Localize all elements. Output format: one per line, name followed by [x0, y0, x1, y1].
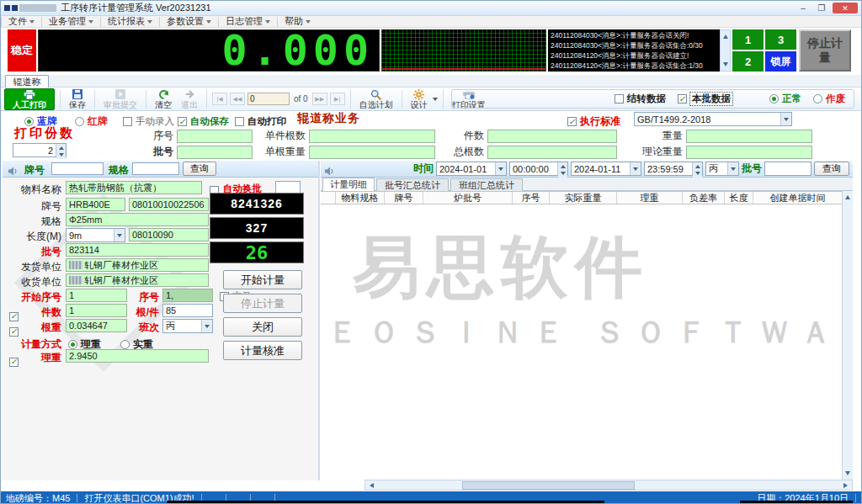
weight-input[interactable]: [686, 130, 812, 143]
red-card-radio[interactable]: 红牌: [75, 114, 108, 129]
per-bar-weight-input[interactable]: [309, 146, 435, 159]
spin-down-icon[interactable]: [56, 151, 66, 159]
menu-reports[interactable]: 统计报表: [100, 17, 159, 27]
checkbox-checked-icon[interactable]: [9, 312, 19, 321]
left-query-button[interactable]: 查询: [183, 162, 216, 176]
spinner-arrows[interactable]: [557, 162, 567, 175]
seq-input[interactable]: [177, 130, 253, 143]
batch-no-input[interactable]: [66, 243, 209, 257]
time-from-stepper[interactable]: 00:00:00: [509, 162, 568, 176]
checkbox-checked-icon[interactable]: [678, 94, 687, 103]
length-select[interactable]: 9m: [66, 228, 125, 242]
design-button[interactable]: 设计: [407, 88, 431, 110]
shift-select[interactable]: 丙: [162, 319, 213, 333]
this-batch-checkbox[interactable]: 本批数据: [678, 93, 732, 105]
bars-per-piece-input[interactable]: [309, 130, 435, 143]
shipper-input[interactable]: 轧钢厂棒材作业区: [66, 258, 209, 272]
save-button[interactable]: 保存: [66, 88, 89, 110]
brand-input[interactable]: [66, 198, 125, 211]
tab-batch-summary[interactable]: 批号汇总统计: [376, 178, 449, 191]
auto-batch-input[interactable]: [275, 181, 301, 194]
design-button-group[interactable]: 设计: [407, 88, 438, 110]
spinner-arrows[interactable]: [692, 162, 702, 175]
receiver-input[interactable]: 轧钢厂棒材作业区: [66, 273, 209, 287]
tab-metering-detail[interactable]: 计量明细: [322, 178, 375, 191]
void-radio[interactable]: 作废: [813, 93, 845, 105]
right-query-button[interactable]: 查询: [814, 162, 849, 176]
scroll-up-icon[interactable]: [723, 32, 728, 39]
col-actual-weight[interactable]: 实际重量: [550, 192, 617, 204]
manual-entry-checkbox[interactable]: 手动录入: [123, 115, 174, 128]
theory-weight-input[interactable]: [686, 146, 812, 159]
length-code-input[interactable]: [129, 228, 209, 241]
pieces-input[interactable]: [487, 130, 617, 143]
brand-code-input[interactable]: [129, 198, 209, 211]
tab-shift-summary[interactable]: 班组汇总统计: [450, 178, 523, 191]
chevron-down-icon[interactable]: [433, 98, 438, 103]
scroll-left-icon[interactable]: [367, 483, 374, 488]
radio-icon[interactable]: [120, 340, 130, 349]
log-scrollbar[interactable]: [720, 29, 731, 72]
chevron-down-icon[interactable]: [114, 229, 125, 241]
scroll-down-icon[interactable]: [845, 471, 850, 478]
close-button[interactable]: 关闭: [223, 317, 302, 337]
chevron-down-icon[interactable]: [780, 113, 791, 125]
custom-plan-button[interactable]: 自选计划: [356, 88, 396, 110]
lock-screen-button[interactable]: 锁屏: [765, 51, 796, 72]
scroll-right-icon[interactable]: [843, 483, 850, 488]
theory-value-input[interactable]: [66, 349, 209, 363]
scroll-down-icon[interactable]: [723, 62, 728, 69]
radio-icon[interactable]: [813, 94, 822, 103]
spin-up-icon[interactable]: [56, 144, 66, 151]
spec-filter-input[interactable]: [132, 162, 179, 175]
bar-weight-checkbox[interactable]: [9, 322, 19, 337]
time-to-stepper[interactable]: 23:59:59: [644, 162, 703, 176]
spin-down-icon[interactable]: [693, 170, 702, 178]
radio-icon[interactable]: [75, 117, 84, 126]
material-input[interactable]: [66, 181, 202, 194]
checkbox-checked-icon[interactable]: [9, 327, 19, 337]
spin-up-icon[interactable]: [693, 162, 702, 170]
menu-business[interactable]: 业务管理: [41, 17, 100, 27]
start-seq-input[interactable]: [66, 289, 127, 302]
menu-logs[interactable]: 日志管理: [218, 17, 277, 27]
manual-print-button[interactable]: 人工打印: [4, 88, 55, 110]
date-from-select[interactable]: 2024-01-01: [436, 162, 507, 176]
stop-metering-button[interactable]: 停止计量: [799, 29, 851, 72]
batch-filter-input[interactable]: [764, 162, 811, 176]
spec-input[interactable]: [66, 213, 209, 226]
print-copies-stepper[interactable]: 2: [13, 143, 67, 157]
chevron-down-icon[interactable]: [727, 162, 738, 175]
checkbox-icon[interactable]: [235, 117, 244, 126]
menu-help[interactable]: 帮助: [277, 17, 317, 27]
seq-current-input[interactable]: [162, 289, 213, 302]
table-vertical-scrollbar[interactable]: [842, 191, 853, 480]
auto-print-checkbox[interactable]: 自动打印: [235, 115, 286, 128]
per-piece-input[interactable]: [162, 304, 213, 317]
tab-roller-scale[interactable]: 辊道称: [5, 75, 49, 88]
chevron-down-icon[interactable]: [630, 162, 641, 175]
radio-selected-icon[interactable]: [68, 340, 77, 349]
spin-up-icon[interactable]: [558, 162, 567, 170]
spin-down-icon[interactable]: [558, 170, 567, 178]
checkbox-checked-icon[interactable]: [9, 358, 19, 367]
menu-file[interactable]: 文件: [1, 17, 41, 27]
spinner-arrows[interactable]: [56, 144, 66, 157]
auto-save-checkbox[interactable]: 自动保存: [178, 115, 229, 128]
close-icon[interactable]: ✕: [833, 3, 858, 13]
metering-verify-button[interactable]: 计量核准: [223, 341, 302, 360]
col-length[interactable]: 长度: [725, 192, 753, 204]
menu-settings[interactable]: 参数设置: [159, 17, 218, 27]
col-theory-weight[interactable]: 理重: [617, 192, 683, 204]
restore-icon[interactable]: ❐: [814, 3, 829, 13]
total-bars-input[interactable]: [487, 146, 617, 159]
bar-weight-input[interactable]: [66, 319, 127, 332]
radio-selected-icon[interactable]: [769, 94, 779, 103]
theory-checkbox[interactable]: [9, 353, 19, 368]
date-to-select[interactable]: 2024-01-11: [571, 162, 641, 176]
exec-standard-checkbox[interactable]: 执行标准: [567, 114, 620, 129]
carry-over-checkbox[interactable]: 结转数据: [615, 93, 666, 105]
start-metering-button[interactable]: 开始计量: [223, 270, 302, 289]
normal-radio[interactable]: 正常: [769, 93, 801, 105]
scrollbar-thumb[interactable]: [462, 481, 635, 490]
